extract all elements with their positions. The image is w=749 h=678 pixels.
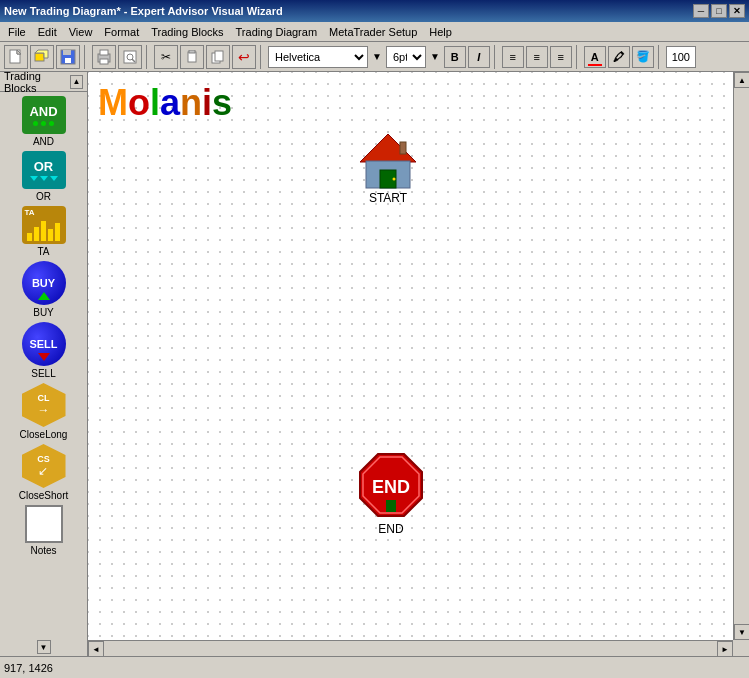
maximize-button[interactable]: □ bbox=[711, 4, 727, 18]
svg-rect-21 bbox=[400, 142, 406, 154]
toolbar-separator-5 bbox=[576, 45, 580, 69]
svg-marker-17 bbox=[360, 134, 416, 162]
print-preview-button[interactable] bbox=[118, 45, 142, 69]
menu-trading-diagram[interactable]: Trading Diagram bbox=[230, 24, 324, 40]
cut-button[interactable]: ✂ bbox=[154, 45, 178, 69]
font-color-button[interactable]: A bbox=[584, 46, 606, 68]
and-block-icon: AND bbox=[22, 96, 66, 134]
ta-block-label: TA bbox=[37, 246, 49, 257]
scroll-down-button[interactable]: ▼ bbox=[734, 624, 749, 640]
end-block[interactable]: END END bbox=[358, 452, 424, 536]
svg-rect-8 bbox=[100, 50, 108, 55]
italic-button[interactable]: I bbox=[468, 46, 490, 68]
canvas-area: Molanis bbox=[88, 72, 749, 656]
scroll-track-h[interactable] bbox=[104, 641, 717, 656]
scroll-right-button[interactable]: ► bbox=[717, 641, 733, 656]
main-area: Trading Blocks ▲ AND AND bbox=[0, 72, 749, 656]
svg-point-20 bbox=[393, 178, 396, 181]
start-block[interactable]: START bbox=[358, 132, 418, 205]
svg-rect-25 bbox=[386, 500, 396, 512]
align-right-button[interactable]: ≡ bbox=[550, 46, 572, 68]
font-select[interactable]: Helvetica Arial Times New Roman bbox=[268, 46, 368, 68]
title-bar-text: New Trading Diagram* - Expert Advisor Vi… bbox=[4, 5, 693, 17]
scrollbar-corner bbox=[733, 640, 749, 656]
undo-button[interactable]: ↩ bbox=[232, 45, 256, 69]
start-house-icon bbox=[358, 132, 418, 187]
align-center-button[interactable]: ≡ bbox=[526, 46, 548, 68]
closelong-block-icon: CL → bbox=[22, 383, 66, 427]
canvas-content: Molanis bbox=[88, 72, 733, 640]
svg-rect-9 bbox=[100, 59, 108, 64]
bold-button[interactable]: B bbox=[444, 46, 466, 68]
blocks-container: AND AND OR bbox=[0, 92, 87, 638]
scroll-up-button[interactable]: ▲ bbox=[734, 72, 749, 88]
close-button[interactable]: ✕ bbox=[729, 4, 745, 18]
menu-bar: File Edit View Format Trading Blocks Tra… bbox=[0, 22, 749, 42]
minimize-button[interactable]: ─ bbox=[693, 4, 709, 18]
highlight-button[interactable]: 🖍 bbox=[608, 46, 630, 68]
status-bar: 917, 1426 bbox=[0, 656, 749, 678]
closeshort-block-icon: CS ↙ bbox=[22, 444, 66, 488]
menu-view[interactable]: View bbox=[63, 24, 99, 40]
or-block[interactable]: OR OR bbox=[14, 151, 74, 202]
closelong-block[interactable]: CL → CloseLong bbox=[14, 383, 74, 440]
align-left-button[interactable]: ≡ bbox=[502, 46, 524, 68]
svg-rect-14 bbox=[189, 50, 195, 53]
svg-rect-2 bbox=[35, 53, 44, 61]
start-label: START bbox=[369, 191, 407, 205]
notes-block[interactable]: Notes bbox=[14, 505, 74, 556]
menu-help[interactable]: Help bbox=[423, 24, 458, 40]
toolbar-separator-4 bbox=[494, 45, 498, 69]
status-coordinates: 917, 1426 bbox=[4, 662, 53, 674]
menu-format[interactable]: Format bbox=[98, 24, 145, 40]
toolbar: ✂ ↩ Helvetica Arial Times New Roman ▼ 6p… bbox=[0, 42, 749, 72]
menu-edit[interactable]: Edit bbox=[32, 24, 63, 40]
ta-block-icon: TA bbox=[22, 206, 66, 244]
save-button[interactable] bbox=[56, 45, 80, 69]
toolbar-separator-6 bbox=[658, 45, 662, 69]
font-size-select[interactable]: 6pt 8pt 10pt 12pt bbox=[386, 46, 426, 68]
svg-text:END: END bbox=[372, 477, 410, 497]
trading-blocks-title: Trading Blocks bbox=[4, 70, 70, 94]
sell-block-label: SELL bbox=[31, 368, 55, 379]
menu-metatrader-setup[interactable]: MetaTrader Setup bbox=[323, 24, 423, 40]
scroll-left-button[interactable]: ◄ bbox=[88, 641, 104, 656]
menu-trading-blocks[interactable]: Trading Blocks bbox=[145, 24, 229, 40]
toolbar-separator-3 bbox=[260, 45, 264, 69]
svg-rect-16 bbox=[215, 51, 223, 61]
buy-block-label: BUY bbox=[33, 307, 54, 318]
closeshort-block[interactable]: CS ↙ CloseShort bbox=[14, 444, 74, 501]
menu-file[interactable]: File bbox=[2, 24, 32, 40]
new-button[interactable] bbox=[4, 45, 28, 69]
notes-block-label: Notes bbox=[30, 545, 56, 556]
open-button[interactable] bbox=[30, 45, 54, 69]
panel-scroll-up[interactable]: ▲ bbox=[70, 75, 83, 89]
end-label: END bbox=[378, 522, 403, 536]
closelong-block-label: CloseLong bbox=[20, 429, 68, 440]
svg-rect-6 bbox=[65, 58, 71, 63]
copy-button[interactable] bbox=[206, 45, 230, 69]
closeshort-block-label: CloseShort bbox=[19, 490, 68, 501]
panel-scroll-down[interactable]: ▼ bbox=[37, 640, 51, 654]
sell-block-icon: SELL bbox=[22, 322, 66, 366]
and-block-label: AND bbox=[33, 136, 54, 147]
canvas-scrollbar-h: ◄ ► bbox=[88, 640, 733, 656]
canvas-scrollbar-v: ▲ ▼ bbox=[733, 72, 749, 640]
zoom-value: 100 bbox=[666, 46, 696, 68]
or-block-icon: OR bbox=[22, 151, 66, 189]
paste-button[interactable] bbox=[180, 45, 204, 69]
paint-bucket-button[interactable]: 🪣 bbox=[632, 46, 654, 68]
or-block-label: OR bbox=[36, 191, 51, 202]
molanis-logo: Molanis bbox=[98, 82, 232, 124]
and-block[interactable]: AND AND bbox=[14, 96, 74, 147]
buy-block[interactable]: BUY BUY bbox=[14, 261, 74, 318]
buy-block-icon: BUY bbox=[22, 261, 66, 305]
notes-block-icon bbox=[25, 505, 63, 543]
trading-blocks-panel: Trading Blocks ▲ AND AND bbox=[0, 72, 88, 656]
sell-block[interactable]: SELL SELL bbox=[14, 322, 74, 379]
toolbar-separator-1 bbox=[84, 45, 88, 69]
title-bar: New Trading Diagram* - Expert Advisor Vi… bbox=[0, 0, 749, 22]
print-button[interactable] bbox=[92, 45, 116, 69]
scroll-track-v[interactable] bbox=[734, 88, 749, 624]
ta-block[interactable]: TA TA bbox=[14, 206, 74, 257]
